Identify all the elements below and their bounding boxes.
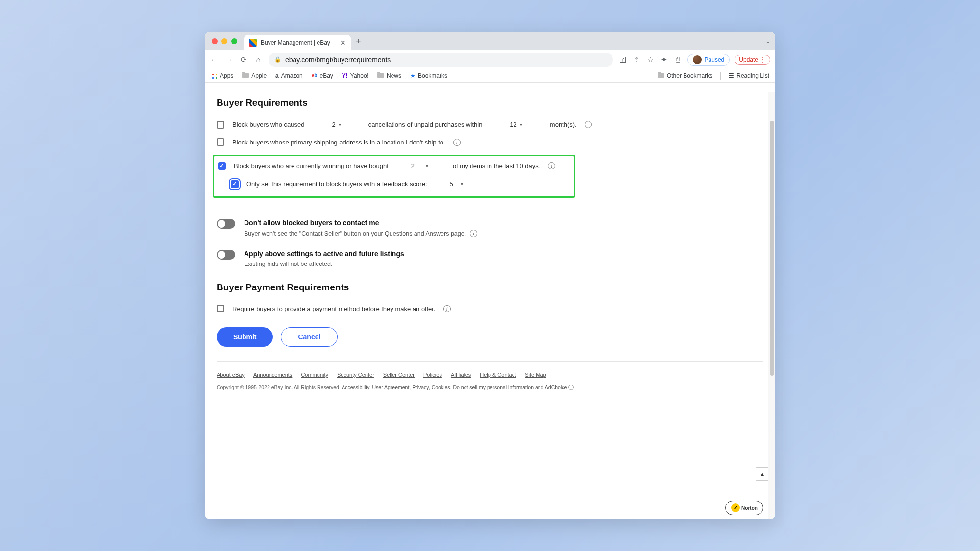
toggle-desc: Existing bids will not be affected. <box>244 261 332 267</box>
label: month(s). <box>550 121 577 128</box>
footer-links: About eBay Announcements Community Secur… <box>217 372 763 378</box>
footer-link[interactable]: Help & Contact <box>480 372 516 378</box>
tab-favicon <box>249 39 257 47</box>
bookmark-news[interactable]: News <box>377 72 401 79</box>
close-tab-icon[interactable]: ✕ <box>340 39 346 47</box>
label: of my items in the last 10 days. <box>453 162 540 169</box>
folder-icon <box>658 73 664 78</box>
cancel-button[interactable]: Cancel <box>281 327 338 347</box>
footer-link[interactable]: Affiliates <box>451 372 471 378</box>
chevron-down-icon: ▾ <box>339 122 341 127</box>
folder-icon <box>242 73 249 78</box>
window-controls <box>212 38 237 44</box>
footer-legal-link[interactable]: Accessibility <box>342 384 369 390</box>
ebay-icon: eb <box>312 73 318 78</box>
url-bar[interactable]: 🔒 ebay.com/bmgt/buyerrequirements <box>269 53 613 67</box>
bookmark-other[interactable]: Other Bookmarks <box>658 72 712 79</box>
bookmark-apps[interactable]: Apps <box>211 72 233 79</box>
apps-icon <box>211 72 218 79</box>
footer-link[interactable]: Site Map <box>525 372 546 378</box>
checkbox-feedback-score[interactable] <box>231 180 239 188</box>
bookmarks-bar: Apps Apple aAmazon ebeBay Y!Yahoo! News … <box>205 69 775 83</box>
browser-tab[interactable]: Buyer Management | eBay ✕ <box>244 35 351 50</box>
footer-legal-link[interactable]: AdChoice <box>545 384 567 390</box>
info-icon[interactable]: i <box>548 162 555 169</box>
star-icon: ★ <box>410 72 416 79</box>
forward-button[interactable]: → <box>224 55 233 64</box>
profile-button[interactable]: Paused <box>687 54 730 66</box>
tabs-menu-icon[interactable]: ⌄ <box>765 38 770 45</box>
maximize-window-button[interactable] <box>231 38 237 44</box>
footer-link[interactable]: Seller Center <box>383 372 415 378</box>
key-icon[interactable]: ⚿ <box>619 55 628 64</box>
lock-icon: 🔒 <box>274 56 281 63</box>
kebab-icon: ⋮ <box>760 56 766 63</box>
footer-link[interactable]: About eBay <box>217 372 245 378</box>
select-months[interactable]: 12▾ <box>508 120 524 129</box>
bookmark-ebay[interactable]: ebeBay <box>312 72 333 79</box>
select-item-count[interactable]: 2 ▾ <box>409 161 430 170</box>
folder-icon <box>377 73 384 78</box>
chevron-down-icon: ▾ <box>426 163 428 168</box>
row-block-contact: Don't allow blocked buyers to contact me… <box>217 219 763 237</box>
star-icon[interactable]: ☆ <box>646 55 655 64</box>
toggle-block-contact[interactable] <box>217 219 235 229</box>
bookmark-bookmarks[interactable]: ★Bookmarks <box>410 72 447 79</box>
row-apply-active: Apply above settings to active and futur… <box>217 250 763 267</box>
info-icon[interactable]: i <box>470 230 477 237</box>
update-button[interactable]: Update ⋮ <box>735 55 770 65</box>
checkbox-unpaid[interactable] <box>217 121 224 129</box>
page-content: Buyer Requirements Block buyers who caus… <box>205 83 775 519</box>
footer-link[interactable]: Policies <box>423 372 442 378</box>
checkbox-payment-method[interactable] <box>217 305 224 312</box>
scrollbar-thumb[interactable] <box>770 121 774 376</box>
close-window-button[interactable] <box>212 38 218 44</box>
chevron-down-icon: ▾ <box>520 122 522 127</box>
home-button[interactable]: ⌂ <box>254 55 263 64</box>
row-shipping-location: Block buyers whose primary shipping addr… <box>217 138 763 146</box>
toggle-apply-active[interactable] <box>217 250 235 260</box>
reload-button[interactable]: ⟳ <box>239 55 248 64</box>
divider <box>217 206 763 206</box>
checkbox-shipping[interactable] <box>217 138 224 146</box>
bookmark-apple[interactable]: Apple <box>242 72 267 79</box>
select-cancellation-count[interactable]: 2▾ <box>330 120 343 129</box>
back-button[interactable]: ← <box>210 55 219 64</box>
footer-legal-link[interactable]: User Agreement <box>372 384 409 390</box>
extensions-icon[interactable]: ✦ <box>660 55 669 64</box>
heading-payment-requirements: Buyer Payment Requirements <box>217 282 763 293</box>
footer-legal-link[interactable]: Cookies <box>432 384 450 390</box>
info-icon[interactable]: i <box>453 139 461 146</box>
bookmark-reading-list[interactable]: ☰Reading List <box>729 72 769 79</box>
url-text: ebay.com/bmgt/buyerrequirements <box>285 56 391 64</box>
bookmark-amazon[interactable]: aAmazon <box>275 72 303 79</box>
heading-buyer-requirements: Buyer Requirements <box>217 97 763 108</box>
footer-link[interactable]: Announcements <box>253 372 293 378</box>
norton-badge[interactable]: Norton <box>725 501 763 515</box>
browser-window: Buyer Management | eBay ✕ + ⌄ ← → ⟳ ⌂ 🔒 … <box>205 32 775 519</box>
button-row: Submit Cancel <box>217 327 763 347</box>
minimize-window-button[interactable] <box>221 38 227 44</box>
divider <box>720 72 721 80</box>
label: Block buyers who are currently winning o… <box>234 162 389 169</box>
info-icon[interactable]: i <box>585 121 592 128</box>
row-feedback-score: Only set this requirement to block buyer… <box>231 179 570 189</box>
scroll-to-top-button[interactable]: ▲ <box>756 467 769 481</box>
select-feedback-score[interactable]: 5 ▾ <box>448 179 466 189</box>
footer-legal-link[interactable]: Do not sell my personal information <box>453 384 534 390</box>
info-icon[interactable]: i <box>443 305 451 312</box>
submit-button[interactable]: Submit <box>217 327 273 347</box>
tab-title: Buyer Management | eBay <box>261 39 330 46</box>
new-tab-button[interactable]: + <box>356 36 361 47</box>
footer-link[interactable]: Security Center <box>337 372 374 378</box>
cast-icon[interactable]: ⎙ <box>674 55 683 64</box>
bookmark-yahoo[interactable]: Y!Yahoo! <box>342 72 368 79</box>
yahoo-icon: Y! <box>342 72 348 79</box>
checkbox-item-limit[interactable] <box>218 162 226 170</box>
footer-legal-link[interactable]: Privacy <box>412 384 429 390</box>
row-payment-method: Require buyers to provide a payment meth… <box>217 305 763 312</box>
label: Block buyers whose primary shipping addr… <box>232 139 445 146</box>
share-icon[interactable]: ⇪ <box>633 55 641 64</box>
footer-link[interactable]: Community <box>301 372 328 378</box>
toolbar: ← → ⟳ ⌂ 🔒 ebay.com/bmgt/buyerrequirement… <box>205 50 775 69</box>
